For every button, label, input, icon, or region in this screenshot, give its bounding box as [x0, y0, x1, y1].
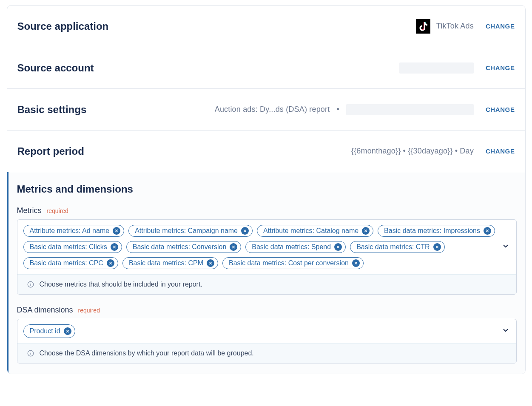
section-value: TikTok Ads [416, 19, 474, 34]
chip[interactable]: Basic data metrics: Spend [245, 241, 346, 253]
remove-chip-icon[interactable] [107, 259, 114, 267]
chip[interactable]: Product id [23, 324, 75, 338]
dsa-hint-text: Choose the DSA dimensions by which your … [40, 349, 254, 357]
remove-chip-icon[interactable] [352, 259, 360, 267]
chip-label: Basic data metrics: CPM [129, 260, 203, 267]
remove-chip-icon[interactable] [241, 227, 249, 235]
dsa-hint-bar: Choose the DSA dimensions by which your … [17, 343, 516, 363]
dsa-label-row: DSA dimensions required [17, 306, 517, 315]
section-report-period: Report period {{6monthago}} • {{30dayago… [7, 131, 525, 172]
redacted-basic-settings [346, 104, 474, 115]
section-right: {{6monthago}} • {{30dayago}} • Day CHANG… [351, 147, 515, 156]
chip[interactable]: Basic data metrics: CPM [122, 257, 218, 269]
section-right: TikTok Ads CHANGE [416, 19, 515, 34]
metrics-hint-bar: Choose metrics that should be included i… [17, 274, 516, 294]
chip-label: Attribute metrics: Catalog name [263, 227, 358, 234]
chip[interactable]: Basic data metrics: Conversion [126, 241, 242, 253]
basic-settings-prefix: Auction ads: Dy...ds (DSA) report [215, 105, 330, 114]
chip-label: Basic data metrics: Conversion [133, 244, 227, 250]
dsa-chips-area[interactable]: Product id [17, 319, 516, 343]
svg-point-30 [30, 352, 31, 352]
metrics-select: Attribute metrics: Ad nameAttribute metr… [17, 219, 517, 295]
report-period-value: {{6monthago}} • {{30dayago}} • Day [351, 147, 474, 156]
chip-label: Basic data metrics: CPC [30, 260, 103, 267]
section-value [399, 62, 474, 74]
section-right: CHANGE [399, 62, 515, 74]
remove-chip-icon[interactable] [64, 327, 71, 335]
section-right: Auction ads: Dy...ds (DSA) report • CHAN… [215, 104, 515, 115]
chip[interactable]: Basic data metrics: CTR [350, 241, 444, 253]
svg-point-25 [30, 283, 31, 283]
section-title: Source application [17, 20, 109, 32]
source-application-value: TikTok Ads [436, 22, 474, 31]
section-value: Auction ads: Dy...ds (DSA) report • [215, 104, 474, 115]
chip-label: Basic data metrics: Cost per conversion [229, 260, 349, 267]
section-source-account: Source account CHANGE [7, 47, 525, 89]
remove-chip-icon[interactable] [484, 227, 491, 235]
remove-chip-icon[interactable] [362, 227, 370, 235]
chip[interactable]: Basic data metrics: CPC [23, 257, 118, 269]
chip[interactable]: Attribute metrics: Campaign name [128, 225, 253, 237]
info-icon [27, 349, 34, 357]
chip-label: Attribute metrics: Campaign name [135, 227, 238, 234]
chip-label: Basic data metrics: CTR [356, 244, 430, 250]
chevron-down-icon[interactable] [502, 327, 509, 336]
chip[interactable]: Basic data metrics: Clicks [23, 241, 122, 253]
chip[interactable]: Attribute metrics: Ad name [23, 225, 125, 237]
redacted-account [399, 62, 474, 74]
change-button-source-application[interactable]: CHANGE [486, 23, 515, 30]
metrics-chips-area[interactable]: Attribute metrics: Ad nameAttribute metr… [17, 220, 516, 274]
separator-dot: • [336, 105, 340, 114]
chevron-down-icon[interactable] [502, 242, 509, 252]
chip-label: Basic data metrics: Clicks [30, 244, 107, 250]
metrics-label-row: Metrics required [17, 206, 517, 215]
metrics-hint-text: Choose metrics that should be included i… [40, 281, 202, 288]
dsa-select: Product id Choose the DSA dimensions by … [17, 319, 517, 363]
chip-label: Product id [30, 328, 60, 335]
required-label: required [47, 207, 68, 214]
remove-chip-icon[interactable] [433, 243, 441, 251]
metrics-label: Metrics [17, 206, 42, 215]
change-button-report-period[interactable]: CHANGE [486, 148, 515, 155]
chip-label: Attribute metrics: Ad name [30, 227, 110, 234]
remove-chip-icon[interactable] [207, 259, 214, 267]
info-icon [27, 281, 34, 288]
remove-chip-icon[interactable] [113, 227, 120, 235]
section-title: Metrics and dimensions [17, 183, 517, 195]
chip[interactable]: Basic data metrics: Impressions [378, 225, 495, 237]
remove-chip-icon[interactable] [230, 243, 237, 251]
chip-label: Basic data metrics: Spend [252, 244, 331, 250]
chip-label: Basic data metrics: Impressions [384, 227, 480, 234]
section-title: Report period [17, 145, 84, 157]
required-label: required [78, 307, 100, 314]
chip[interactable]: Attribute metrics: Catalog name [257, 225, 373, 237]
section-basic-settings: Basic settings Auction ads: Dy...ds (DSA… [7, 89, 525, 131]
svg-rect-0 [416, 19, 430, 34]
section-source-application: Source application TikTok Ads CHANGE [7, 6, 525, 47]
dsa-label: DSA dimensions [17, 306, 73, 315]
config-card: Source application TikTok Ads CHANGE Sou… [7, 5, 526, 374]
section-metrics-dimensions: Metrics and dimensions Metrics required … [7, 172, 525, 374]
section-title: Basic settings [17, 104, 87, 116]
section-title: Source account [17, 62, 94, 74]
chip[interactable]: Basic data metrics: Cost per conversion [222, 257, 364, 269]
remove-chip-icon[interactable] [334, 243, 342, 251]
change-button-source-account[interactable]: CHANGE [486, 64, 515, 71]
remove-chip-icon[interactable] [111, 243, 118, 251]
change-button-basic-settings[interactable]: CHANGE [486, 106, 515, 113]
tiktok-icon [416, 19, 430, 34]
